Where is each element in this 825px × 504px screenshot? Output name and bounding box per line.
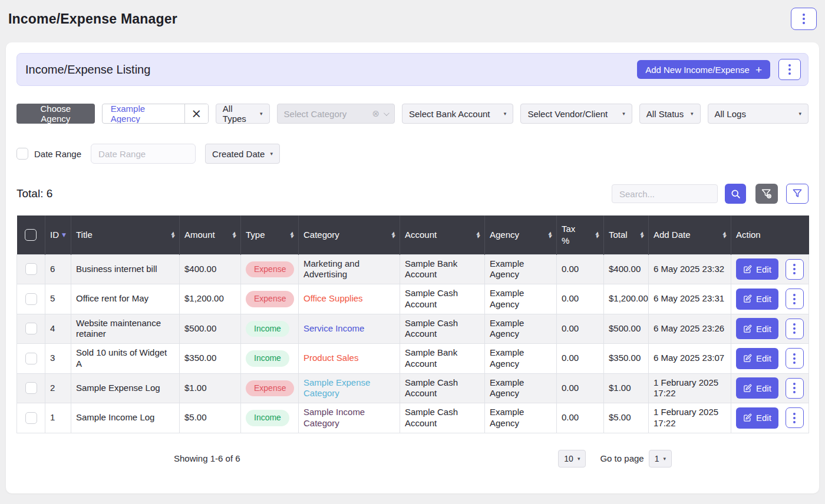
edit-icon: [743, 384, 752, 393]
column-tax[interactable]: Tax %▲▼: [557, 215, 604, 254]
cell-amount: $1.00: [180, 373, 241, 403]
cell-tax: 0.00: [557, 344, 604, 374]
kebab-menu-icon: [793, 323, 796, 334]
bank-account-filter-value: Select Bank Account: [409, 109, 490, 119]
go-to-page-label: Go to page: [600, 453, 644, 463]
edit-button[interactable]: Edit: [736, 258, 778, 280]
cell-agency: Example Agency: [485, 373, 557, 403]
column-agency[interactable]: Agency▲▼: [485, 215, 557, 254]
category-link[interactable]: Sample Income Category: [303, 407, 365, 428]
sort-icon: ▲▼: [596, 231, 599, 238]
cell-total: $1.00: [604, 373, 649, 403]
bank-account-filter-select[interactable]: Select Bank Account ▾: [402, 104, 513, 124]
page-select[interactable]: 1 ▾: [649, 450, 672, 467]
cell-id: 4: [45, 314, 71, 344]
row-checkbox[interactable]: [25, 412, 37, 424]
sort-icon: ▲▼: [233, 231, 236, 238]
edit-button[interactable]: Edit: [736, 318, 778, 339]
date-type-select[interactable]: Created Date ▾: [205, 144, 280, 164]
row-menu-button[interactable]: [786, 319, 804, 339]
category-link[interactable]: Sample Expense Category: [303, 377, 370, 399]
row-menu-button[interactable]: [786, 378, 804, 399]
sort-icon: ▲▼: [641, 231, 644, 238]
sort-icon: ▲▼: [549, 231, 552, 238]
table-row: 5 Office rent for May $1,200.00 Expense …: [17, 284, 809, 314]
cell-tax: 0.00: [557, 373, 604, 403]
listing-menu-button[interactable]: [778, 59, 801, 80]
sort-icon: ▲▼: [291, 231, 293, 238]
row-checkbox[interactable]: [25, 263, 37, 275]
column-id[interactable]: ID▼: [45, 215, 71, 254]
column-total[interactable]: Total▲▼: [604, 215, 649, 254]
page-menu-button[interactable]: [791, 8, 817, 30]
edit-button[interactable]: Edit: [736, 289, 778, 310]
vendor-client-filter-select[interactable]: Select Vendor/Client ▾: [520, 104, 632, 124]
cell-add-date: 6 May 2025 23:07: [649, 344, 731, 374]
chevron-down-icon: ▾: [578, 456, 580, 462]
logs-filter-select[interactable]: All Logs ▾: [708, 104, 808, 124]
clear-circle-icon: ⊗: [372, 108, 380, 119]
search-button[interactable]: [725, 184, 746, 204]
row-menu-button[interactable]: [786, 259, 804, 280]
column-type[interactable]: Type▲▼: [241, 215, 299, 254]
row-checkbox[interactable]: [25, 293, 37, 305]
filter-row-2: Date Range Created Date ▾: [16, 144, 808, 164]
listing-card: Income/Expense Listing Add New Income/Ex…: [6, 42, 819, 493]
column-account[interactable]: Account▲▼: [400, 215, 485, 254]
category-link[interactable]: Service Income: [303, 323, 364, 333]
listing-title: Income/Expense Listing: [25, 63, 150, 77]
column-amount[interactable]: Amount▲▼: [180, 215, 241, 254]
edit-button[interactable]: Edit: [736, 348, 778, 369]
row-menu-button[interactable]: [786, 348, 804, 369]
cell-amount: $400.00: [180, 254, 241, 284]
row-checkbox[interactable]: [25, 382, 37, 394]
chevron-down-icon: ▾: [260, 111, 263, 117]
add-new-income-expense-button[interactable]: Add New Income/Expense +: [637, 60, 770, 79]
showing-text: Showing 1-6 of 6: [174, 453, 240, 463]
close-icon: ×: [192, 108, 202, 120]
column-title[interactable]: Title▲▼: [71, 215, 180, 254]
type-filter-value: All Types: [223, 104, 255, 124]
agency-clear-button[interactable]: ×: [184, 104, 208, 123]
edit-button[interactable]: Edit: [736, 377, 778, 399]
top-bar: Income/Expense Manager: [0, 0, 825, 38]
page-size-select[interactable]: 10 ▾: [558, 450, 586, 467]
chevron-down-icon: ▾: [622, 111, 625, 117]
kebab-menu-icon: [803, 14, 805, 24]
clear-filter-button[interactable]: [755, 184, 778, 204]
sort-icon: ▲▼: [723, 231, 726, 238]
search-input[interactable]: [612, 184, 718, 203]
filter-button[interactable]: [786, 184, 808, 204]
type-filter-select[interactable]: All Types ▾: [216, 104, 270, 124]
search-icon: [730, 188, 741, 199]
row-checkbox[interactable]: [25, 353, 37, 364]
cell-id: 2: [45, 373, 71, 403]
column-add-date[interactable]: Add Date▲▼: [649, 215, 731, 254]
table-row: 4 Website maintenance retainer $500.00 I…: [17, 314, 809, 344]
total-count: Total: 6: [16, 187, 52, 200]
category-link[interactable]: Office Supplies: [303, 293, 363, 303]
cell-agency: Example Agency: [485, 254, 557, 284]
type-badge: Expense: [246, 261, 294, 278]
sort-desc-icon: ▼: [62, 232, 66, 238]
row-checkbox[interactable]: [25, 323, 37, 334]
category-filter-placeholder: Select Category: [284, 109, 347, 119]
category-link[interactable]: Product Sales: [303, 353, 358, 363]
status-filter-value: All Status: [646, 109, 684, 119]
column-category[interactable]: Category▲▼: [299, 215, 400, 254]
kebab-menu-icon: [793, 353, 796, 364]
category-link[interactable]: Marketing and Advertising: [303, 258, 359, 280]
cell-id: 5: [45, 284, 71, 314]
kebab-menu-icon: [793, 294, 796, 304]
row-menu-button[interactable]: [786, 407, 804, 428]
page-size-value: 10: [564, 454, 573, 463]
row-menu-button[interactable]: [786, 289, 804, 309]
date-range-input[interactable]: [91, 144, 196, 164]
category-filter-select[interactable]: Select Category ⊗: [277, 104, 395, 124]
date-range-checkbox[interactable]: [16, 148, 28, 160]
edit-button[interactable]: Edit: [736, 407, 778, 429]
status-filter-select[interactable]: All Status ▾: [639, 104, 701, 124]
choose-agency-button[interactable]: Choose Agency: [16, 104, 95, 124]
select-all-checkbox[interactable]: [25, 229, 37, 241]
cell-agency: Example Agency: [485, 314, 557, 344]
